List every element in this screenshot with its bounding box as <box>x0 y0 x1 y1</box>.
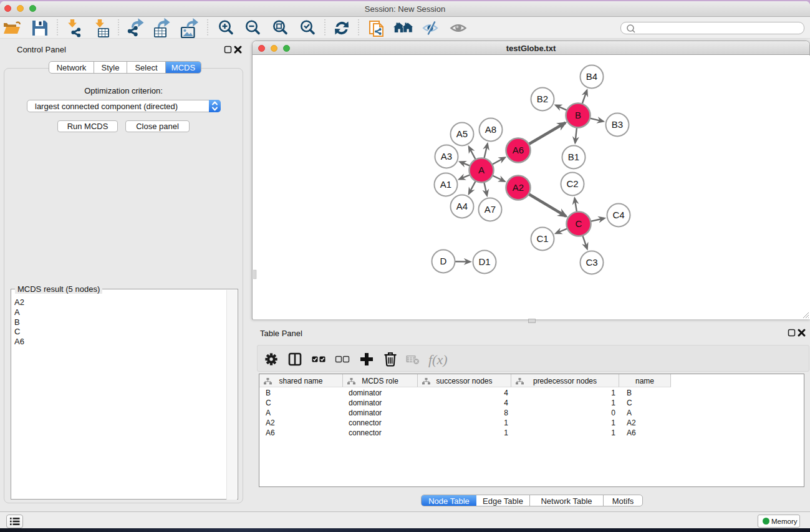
svg-text:B2: B2 <box>537 94 548 104</box>
svg-text:f(x): f(x) <box>428 352 448 367</box>
svg-text:A5: A5 <box>456 128 468 139</box>
svg-text:C: C <box>576 218 582 229</box>
svg-text:C3: C3 <box>586 257 597 268</box>
svg-text:B4: B4 <box>586 71 597 82</box>
svg-text:B1: B1 <box>568 152 579 162</box>
svg-text:B3: B3 <box>612 119 623 130</box>
svg-text:A8: A8 <box>485 124 496 135</box>
svg-text:A4: A4 <box>456 201 468 211</box>
svg-text:A: A <box>478 165 485 175</box>
svg-text:D: D <box>440 256 447 266</box>
svg-text:A7: A7 <box>485 204 496 215</box>
svg-text:A3: A3 <box>441 151 452 162</box>
svg-text:A1: A1 <box>440 179 451 190</box>
svg-text:B: B <box>575 110 581 120</box>
svg-text:D1: D1 <box>478 256 490 267</box>
svg-text:C4: C4 <box>612 210 624 220</box>
svg-text:C2: C2 <box>566 178 578 189</box>
svg-text:A2: A2 <box>513 182 524 193</box>
svg-text:A6: A6 <box>513 145 524 155</box>
svg-text:C1: C1 <box>536 233 548 244</box>
